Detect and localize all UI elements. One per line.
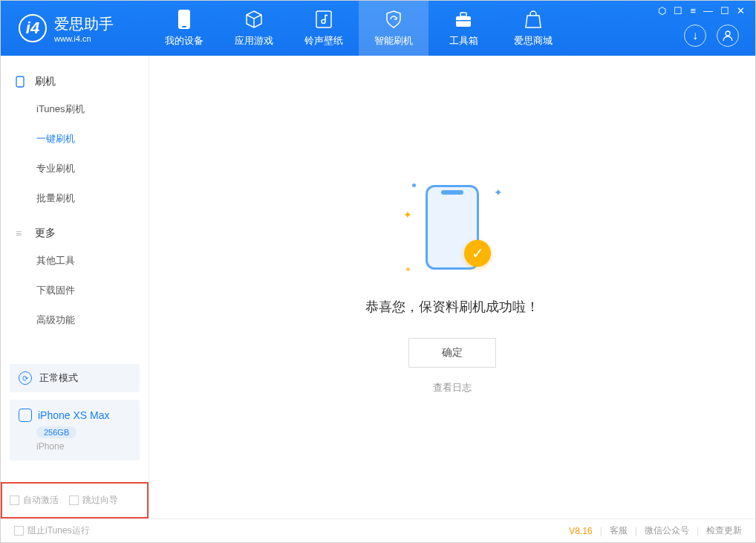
device-type: iPhone [36,441,131,452]
sync-icon: ⟳ [19,371,32,385]
feedback-icon[interactable]: ☐ [674,5,682,16]
success-message: 恭喜您，保资料刷机成功啦！ [365,298,539,316]
sidebar-group-flash[interactable]: 刷机 [1,69,149,94]
main-content: ✦ ✦ ✓ 恭喜您，保资料刷机成功啦！ 确定 查看日志 [149,56,755,518]
minimize-button[interactable]: — [703,5,713,16]
window-controls: ⬡ ☐ ≡ — ☐ ✕ [648,1,755,21]
sidebar-item-itunes-flash[interactable]: iTunes刷机 [1,94,149,124]
sidebar-item-download-firmware[interactable]: 下载固件 [1,276,149,305]
device-small-icon [19,409,32,422]
sidebar-group-more[interactable]: ≡ 更多 [1,221,149,246]
sidebar-item-batch-flash[interactable]: 批量刷机 [1,183,149,213]
status-link-wechat[interactable]: 微信公众号 [645,524,689,537]
shield-sync-icon [383,9,404,30]
tab-apps[interactable]: 应用游戏 [219,1,289,56]
status-link-support[interactable]: 客服 [610,524,628,537]
version-label: V8.16 [569,526,592,536]
toolbox-icon [453,9,474,30]
nav-tabs: 我的设备 应用游戏 铃声壁纸 智能刷机 工具箱 爱思商城 [149,1,568,56]
ok-button[interactable]: 确定 [408,338,496,368]
phone-icon [16,76,27,88]
svg-rect-7 [16,77,24,87]
titlebar: i4 爱思助手 www.i4.cn 我的设备 应用游戏 铃声壁纸 智能刷机 工具… [1,1,755,56]
app-name: 爱思助手 [54,14,114,34]
status-link-update[interactable]: 检查更新 [706,524,742,537]
device-icon [174,9,195,30]
cube-icon [244,9,264,30]
view-log-link[interactable]: 查看日志 [433,381,472,394]
tab-my-device[interactable]: 我的设备 [149,1,219,56]
sidebar-item-other-tools[interactable]: 其他工具 [1,246,149,276]
list-icon: ≡ [16,227,27,239]
checkbox-icon [10,495,19,505]
svg-rect-1 [182,26,186,27]
close-button[interactable]: ✕ [737,5,745,16]
svg-rect-3 [456,16,471,27]
checkbox-skip-wizard[interactable]: 跳过向导 [69,494,118,507]
sidebar-item-oneclick-flash[interactable]: 一键刷机 [1,124,149,154]
highlighted-options: 自动激活 跳过向导 [1,482,149,518]
tab-ringtones[interactable]: 铃声壁纸 [289,1,359,56]
tab-toolbox[interactable]: 工具箱 [428,1,498,56]
device-mode[interactable]: ⟳ 正常模式 [10,364,140,392]
statusbar: 阻止iTunes运行 V8.16 | 客服 | 微信公众号 | 检查更新 [1,518,755,542]
device-name: iPhone XS Max [38,409,110,421]
menu-icon[interactable]: ≡ [690,5,696,16]
svg-rect-5 [456,20,471,22]
checkbox-icon [69,495,79,505]
tab-flash[interactable]: 智能刷机 [359,1,428,56]
check-icon: ✓ [464,240,491,267]
checkbox-block-itunes[interactable]: 阻止iTunes运行 [14,524,90,537]
tab-store[interactable]: 爱思商城 [498,1,568,56]
bag-icon [523,9,544,30]
logo-icon: i4 [19,14,47,42]
sidebar-item-advanced[interactable]: 高级功能 [1,305,149,335]
user-icon[interactable] [717,25,739,47]
checkbox-auto-activate[interactable]: 自动激活 [10,494,59,507]
sidebar-item-pro-flash[interactable]: 专业刷机 [1,154,149,183]
app-url: www.i4.cn [54,34,114,43]
device-capacity: 256GB [36,426,76,438]
svg-rect-4 [460,13,466,16]
maximize-button[interactable]: ☐ [720,5,729,16]
sidebar: 刷机 iTunes刷机 一键刷机 专业刷机 批量刷机 ≡ 更多 其他工具 下载固… [1,56,149,518]
logo[interactable]: i4 爱思助手 www.i4.cn [1,14,149,43]
shirt-icon[interactable]: ⬡ [658,5,666,16]
device-card[interactable]: iPhone XS Max 256GB iPhone [10,400,140,461]
svg-point-6 [726,31,730,36]
music-icon [313,9,334,30]
checkbox-icon [14,526,24,536]
download-icon[interactable]: ↓ [684,25,706,47]
success-illustration: ✦ ✦ ✓ [400,181,504,277]
header-actions: ↓ [684,25,739,47]
